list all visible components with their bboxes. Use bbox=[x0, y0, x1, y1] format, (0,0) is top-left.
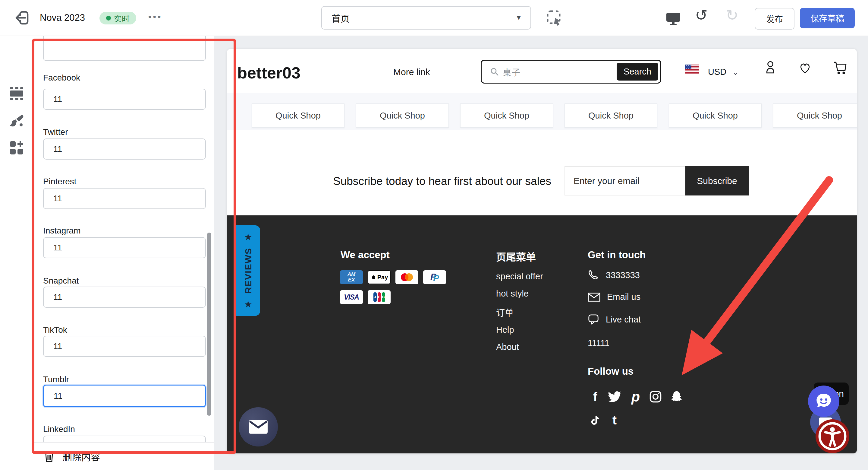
quick-shop-button[interactable]: Quick Shop bbox=[564, 104, 657, 127]
email-us-label[interactable]: Email us bbox=[607, 292, 641, 302]
quick-shop-button[interactable]: Quick Shop bbox=[460, 104, 553, 127]
exit-editor-icon[interactable] bbox=[14, 10, 30, 26]
panel-scrollbar[interactable] bbox=[207, 233, 211, 416]
twitter-input[interactable] bbox=[43, 139, 206, 159]
payment-jcb-icon: J C B bbox=[368, 290, 391, 304]
sections-icon[interactable] bbox=[8, 86, 25, 101]
reviews-tab[interactable]: ★ REVIEWS ★ bbox=[236, 225, 260, 316]
theme-title: Nova 2023 bbox=[40, 0, 85, 36]
field-label-twitter: Twitter bbox=[43, 127, 200, 137]
pinterest-icon[interactable]: p bbox=[628, 389, 643, 404]
payment-amex-icon: AM EX bbox=[340, 270, 363, 284]
device-preview-icon[interactable] bbox=[665, 11, 681, 26]
chat-bubble-icon bbox=[588, 314, 599, 325]
footer-link-special-offer[interactable]: special offer bbox=[496, 271, 543, 282]
editor-sidebar bbox=[0, 36, 33, 470]
footer-link-help[interactable]: Help bbox=[496, 325, 514, 335]
partial-input[interactable] bbox=[43, 36, 206, 61]
store-preview: better03 More link English ⌄ 桌子 Search U… bbox=[227, 49, 857, 453]
instagram-input[interactable] bbox=[43, 237, 206, 258]
apps-icon[interactable] bbox=[8, 139, 25, 156]
live-badge-label: 实时 bbox=[114, 13, 130, 24]
instagram-icon[interactable] bbox=[648, 389, 663, 404]
field-label-linkedin: LinkedIn bbox=[43, 424, 200, 434]
page-selector-dropdown[interactable]: 首页 ▼ bbox=[321, 6, 531, 30]
facebook-input[interactable] bbox=[43, 89, 206, 110]
star-icon: ★ bbox=[244, 232, 252, 242]
quick-shop-button[interactable]: Quick Shop bbox=[773, 104, 857, 127]
footer-menu-title: 页尾菜单 bbox=[496, 249, 536, 264]
live-chat-label[interactable]: Live chat bbox=[606, 315, 641, 325]
quick-shop-button[interactable]: Quick Shop bbox=[356, 104, 449, 127]
redo-icon: ↻ bbox=[726, 7, 738, 24]
store-footer: We accept AM EX Pay P P VISA J bbox=[227, 215, 857, 453]
field-label-facebook: Facebook bbox=[43, 73, 200, 83]
field-label-tumblr: Tumblr bbox=[43, 375, 200, 384]
snapchat-icon[interactable] bbox=[670, 389, 684, 404]
undo-icon[interactable]: ↺ bbox=[695, 7, 708, 24]
newsletter-float-button[interactable] bbox=[239, 407, 278, 446]
quick-shop-button[interactable]: Quick Shop bbox=[252, 104, 344, 127]
field-label-pinterest: Pinterest bbox=[43, 177, 200, 186]
snapchat-input[interactable] bbox=[43, 287, 206, 308]
accessibility-widget-icon[interactable] bbox=[815, 419, 849, 453]
us-flag-icon bbox=[685, 64, 699, 74]
phone-icon bbox=[588, 269, 599, 281]
mail-icon bbox=[248, 419, 268, 434]
field-label-tiktok: TikTok bbox=[43, 325, 200, 335]
subscribe-button[interactable]: Subscribe bbox=[685, 166, 749, 196]
chevron-down-icon: ⌄ bbox=[733, 69, 738, 77]
reviews-tab-label: REVIEWS bbox=[243, 248, 253, 294]
twitter-icon[interactable] bbox=[607, 389, 622, 404]
store-search-bar[interactable]: 桌子 Search bbox=[481, 60, 661, 84]
trash-icon bbox=[44, 450, 54, 463]
pinterest-input[interactable] bbox=[43, 188, 206, 209]
tumblr-input[interactable] bbox=[43, 385, 206, 407]
tiktok-input[interactable] bbox=[43, 336, 206, 357]
facebook-icon[interactable]: f bbox=[588, 389, 602, 404]
account-icon[interactable] bbox=[763, 60, 778, 75]
cart-icon[interactable] bbox=[832, 60, 847, 75]
payment-visa-icon: VISA bbox=[340, 290, 363, 304]
get-in-touch-title: Get in touch bbox=[588, 249, 646, 261]
email-row[interactable]: Email us bbox=[588, 292, 641, 302]
chat-widget-smiley-icon[interactable] bbox=[808, 385, 839, 417]
phone-row[interactable]: 3333333 bbox=[588, 269, 640, 281]
newsletter-email-input[interactable] bbox=[564, 166, 685, 196]
search-placeholder: 桌子 bbox=[503, 65, 520, 78]
we-accept-title: We accept bbox=[341, 249, 390, 261]
payment-paypal-icon: P P bbox=[423, 270, 446, 284]
chevron-down-icon: ▼ bbox=[516, 14, 522, 22]
footer-link-about[interactable]: About bbox=[496, 342, 519, 352]
settings-panel: Facebook Twitter Pinterest Instagram Sna… bbox=[33, 36, 214, 470]
publish-button[interactable]: 发布 bbox=[755, 8, 795, 30]
field-label-snapchat: Snapchat bbox=[43, 276, 200, 286]
tumblr-icon[interactable]: t bbox=[607, 413, 622, 428]
save-draft-button[interactable]: 保存草稿 bbox=[800, 8, 855, 28]
theme-design-icon[interactable] bbox=[8, 113, 25, 130]
contact-extra-line: 11111 bbox=[588, 338, 610, 348]
payment-mastercard-icon bbox=[396, 270, 418, 284]
footer-link-orders[interactable]: 订单 bbox=[496, 306, 514, 319]
delete-content-button[interactable]: 删除内容 bbox=[33, 443, 214, 470]
live-dot-icon bbox=[106, 16, 111, 21]
star-icon: ★ bbox=[244, 299, 252, 310]
more-actions-menu[interactable]: ••• bbox=[148, 0, 162, 36]
wishlist-heart-icon[interactable] bbox=[798, 61, 812, 75]
live-chat-row[interactable]: Live chat bbox=[588, 314, 641, 325]
footer-link-hot-style[interactable]: hot style bbox=[496, 289, 529, 299]
linkedin-input[interactable] bbox=[43, 436, 206, 442]
currency-selector[interactable]: USD bbox=[708, 67, 726, 77]
store-logo[interactable]: better03 bbox=[237, 63, 301, 82]
phone-number[interactable]: 3333333 bbox=[606, 270, 640, 280]
tiktok-icon[interactable] bbox=[588, 413, 602, 428]
editor-topbar: Nova 2023 实时 ••• 首页 ▼ ↺ ↻ 发布 保存草稿 bbox=[0, 0, 868, 36]
nav-more-link[interactable]: More link bbox=[393, 67, 430, 77]
page-selector-value: 首页 bbox=[332, 11, 350, 24]
search-placeholder-wrap: 桌子 bbox=[490, 61, 520, 83]
quick-shop-button[interactable]: Quick Shop bbox=[669, 104, 762, 127]
delete-content-label: 删除内容 bbox=[63, 449, 100, 463]
element-picker-icon[interactable] bbox=[546, 10, 563, 27]
search-button[interactable]: Search bbox=[617, 63, 658, 81]
payment-apple-pay-icon: Pay bbox=[368, 270, 391, 284]
